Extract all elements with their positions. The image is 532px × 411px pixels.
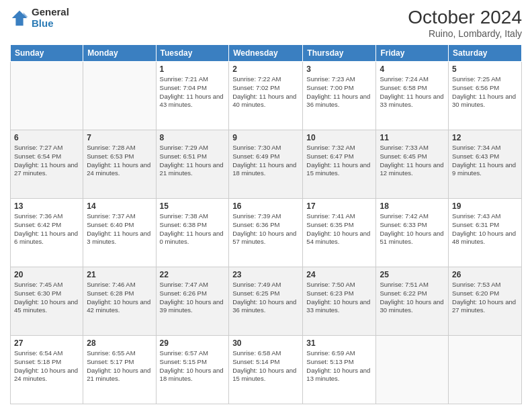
cell-info: Sunrise: 6:55 AM Sunset: 5:17 PM Dayligh…	[87, 349, 152, 383]
cell-info: Sunrise: 7:24 AM Sunset: 6:58 PM Dayligh…	[380, 75, 445, 109]
week-row-1: 6Sunrise: 7:27 AM Sunset: 6:54 PM Daylig…	[11, 130, 522, 199]
cell-info: Sunrise: 6:57 AM Sunset: 5:15 PM Dayligh…	[160, 349, 226, 383]
table-cell: 29Sunrise: 6:57 AM Sunset: 5:15 PM Dayli…	[156, 336, 229, 404]
table-cell: 24Sunrise: 7:50 AM Sunset: 6:23 PM Dayli…	[303, 267, 376, 336]
table-cell: 15Sunrise: 7:38 AM Sunset: 6:38 PM Dayli…	[156, 199, 229, 267]
table-cell: 13Sunrise: 7:36 AM Sunset: 6:42 PM Dayli…	[11, 199, 83, 267]
logo: General Blue	[10, 7, 69, 29]
table-cell: 3Sunrise: 7:23 AM Sunset: 7:00 PM Daylig…	[303, 62, 376, 130]
table-cell: 25Sunrise: 7:51 AM Sunset: 6:22 PM Dayli…	[376, 267, 449, 336]
logo-icon	[10, 9, 29, 28]
day-number: 7	[87, 133, 152, 142]
table-cell	[83, 62, 156, 130]
subtitle: Ruino, Lombardy, Italy	[408, 28, 522, 39]
cell-info: Sunrise: 7:51 AM Sunset: 6:22 PM Dayligh…	[380, 281, 445, 315]
table-cell: 18Sunrise: 7:42 AM Sunset: 6:33 PM Dayli…	[376, 199, 449, 267]
calendar-table: Sunday Monday Tuesday Wednesday Thursday…	[10, 44, 522, 404]
cell-info: Sunrise: 7:42 AM Sunset: 6:33 PM Dayligh…	[380, 212, 445, 246]
day-number: 28	[87, 338, 152, 348]
day-number: 15	[160, 201, 226, 211]
week-row-4: 27Sunrise: 6:54 AM Sunset: 5:18 PM Dayli…	[11, 336, 522, 404]
table-cell: 30Sunrise: 6:58 AM Sunset: 5:14 PM Dayli…	[229, 336, 303, 404]
day-number: 3	[306, 64, 372, 74]
table-cell: 21Sunrise: 7:46 AM Sunset: 6:28 PM Dayli…	[83, 267, 156, 336]
cell-info: Sunrise: 7:34 AM Sunset: 6:43 PM Dayligh…	[452, 144, 518, 178]
table-cell: 9Sunrise: 7:30 AM Sunset: 6:49 PM Daylig…	[229, 130, 303, 199]
day-number: 20	[14, 270, 79, 279]
cell-info: Sunrise: 6:59 AM Sunset: 5:13 PM Dayligh…	[306, 349, 372, 383]
cell-info: Sunrise: 7:32 AM Sunset: 6:47 PM Dayligh…	[306, 144, 372, 178]
day-number: 9	[232, 133, 299, 142]
day-number: 13	[14, 201, 79, 211]
week-row-3: 20Sunrise: 7:45 AM Sunset: 6:30 PM Dayli…	[11, 267, 522, 336]
day-number: 14	[87, 201, 152, 211]
logo-blue-text: Blue	[32, 18, 69, 30]
cell-info: Sunrise: 6:54 AM Sunset: 5:18 PM Dayligh…	[14, 349, 79, 383]
col-thursday: Thursday	[303, 45, 376, 62]
cell-info: Sunrise: 7:53 AM Sunset: 6:20 PM Dayligh…	[452, 281, 518, 315]
cell-info: Sunrise: 7:29 AM Sunset: 6:51 PM Dayligh…	[160, 144, 226, 178]
col-wednesday: Wednesday	[229, 45, 303, 62]
table-cell	[376, 336, 449, 404]
table-cell: 8Sunrise: 7:29 AM Sunset: 6:51 PM Daylig…	[156, 130, 229, 199]
cell-info: Sunrise: 7:22 AM Sunset: 7:02 PM Dayligh…	[232, 75, 299, 109]
col-tuesday: Tuesday	[156, 45, 229, 62]
day-number: 12	[452, 133, 518, 142]
table-cell: 27Sunrise: 6:54 AM Sunset: 5:18 PM Dayli…	[11, 336, 83, 404]
table-cell: 22Sunrise: 7:47 AM Sunset: 6:26 PM Dayli…	[156, 267, 229, 336]
day-number: 19	[452, 201, 518, 211]
day-number: 10	[306, 133, 372, 142]
cell-info: Sunrise: 7:21 AM Sunset: 7:04 PM Dayligh…	[160, 75, 226, 109]
day-number: 16	[232, 201, 299, 211]
table-cell: 1Sunrise: 7:21 AM Sunset: 7:04 PM Daylig…	[156, 62, 229, 130]
day-number: 24	[306, 270, 372, 279]
col-saturday: Saturday	[449, 45, 522, 62]
table-cell: 10Sunrise: 7:32 AM Sunset: 6:47 PM Dayli…	[303, 130, 376, 199]
table-cell: 6Sunrise: 7:27 AM Sunset: 6:54 PM Daylig…	[11, 130, 83, 199]
day-number: 5	[452, 64, 518, 74]
table-cell	[11, 62, 83, 130]
table-cell: 7Sunrise: 7:28 AM Sunset: 6:53 PM Daylig…	[83, 130, 156, 199]
cell-info: Sunrise: 7:41 AM Sunset: 6:35 PM Dayligh…	[306, 212, 372, 246]
cell-info: Sunrise: 7:28 AM Sunset: 6:53 PM Dayligh…	[87, 144, 152, 178]
cell-info: Sunrise: 7:25 AM Sunset: 6:56 PM Dayligh…	[452, 75, 518, 109]
day-number: 21	[87, 270, 152, 279]
table-cell: 11Sunrise: 7:33 AM Sunset: 6:45 PM Dayli…	[376, 130, 449, 199]
table-cell: 17Sunrise: 7:41 AM Sunset: 6:35 PM Dayli…	[303, 199, 376, 267]
day-number: 29	[160, 338, 226, 348]
day-number: 1	[160, 64, 226, 74]
logo-text: General Blue	[32, 7, 69, 29]
logo-general-text: General	[32, 7, 69, 18]
table-cell: 12Sunrise: 7:34 AM Sunset: 6:43 PM Dayli…	[449, 130, 522, 199]
day-number: 11	[380, 133, 445, 142]
day-number: 23	[232, 270, 299, 279]
cell-info: Sunrise: 7:38 AM Sunset: 6:38 PM Dayligh…	[160, 212, 226, 246]
table-cell: 14Sunrise: 7:37 AM Sunset: 6:40 PM Dayli…	[83, 199, 156, 267]
svg-marker-1	[24, 12, 28, 17]
cell-info: Sunrise: 7:36 AM Sunset: 6:42 PM Dayligh…	[14, 212, 79, 246]
cell-info: Sunrise: 7:27 AM Sunset: 6:54 PM Dayligh…	[14, 144, 79, 178]
week-row-0: 1Sunrise: 7:21 AM Sunset: 7:04 PM Daylig…	[11, 62, 522, 130]
day-number: 27	[14, 338, 79, 348]
table-cell: 26Sunrise: 7:53 AM Sunset: 6:20 PM Dayli…	[449, 267, 522, 336]
table-cell: 31Sunrise: 6:59 AM Sunset: 5:13 PM Dayli…	[303, 336, 376, 404]
day-number: 31	[306, 338, 372, 348]
main-title: October 2024	[408, 7, 522, 28]
day-number: 18	[380, 201, 445, 211]
cell-info: Sunrise: 7:39 AM Sunset: 6:36 PM Dayligh…	[232, 212, 299, 246]
cell-info: Sunrise: 7:49 AM Sunset: 6:25 PM Dayligh…	[232, 281, 299, 315]
week-row-2: 13Sunrise: 7:36 AM Sunset: 6:42 PM Dayli…	[11, 199, 522, 267]
table-cell: 16Sunrise: 7:39 AM Sunset: 6:36 PM Dayli…	[229, 199, 303, 267]
col-friday: Friday	[376, 45, 449, 62]
table-cell: 28Sunrise: 6:55 AM Sunset: 5:17 PM Dayli…	[83, 336, 156, 404]
col-sunday: Sunday	[11, 45, 83, 62]
cell-info: Sunrise: 7:23 AM Sunset: 7:00 PM Dayligh…	[306, 75, 372, 109]
day-number: 22	[160, 270, 226, 279]
day-number: 17	[306, 201, 372, 211]
header: General Blue October 2024 Ruino, Lombard…	[10, 7, 522, 39]
cell-info: Sunrise: 7:50 AM Sunset: 6:23 PM Dayligh…	[306, 281, 372, 315]
cell-info: Sunrise: 7:37 AM Sunset: 6:40 PM Dayligh…	[87, 212, 152, 246]
day-number: 26	[452, 270, 518, 279]
svg-marker-0	[12, 10, 27, 25]
cell-info: Sunrise: 7:47 AM Sunset: 6:26 PM Dayligh…	[160, 281, 226, 315]
